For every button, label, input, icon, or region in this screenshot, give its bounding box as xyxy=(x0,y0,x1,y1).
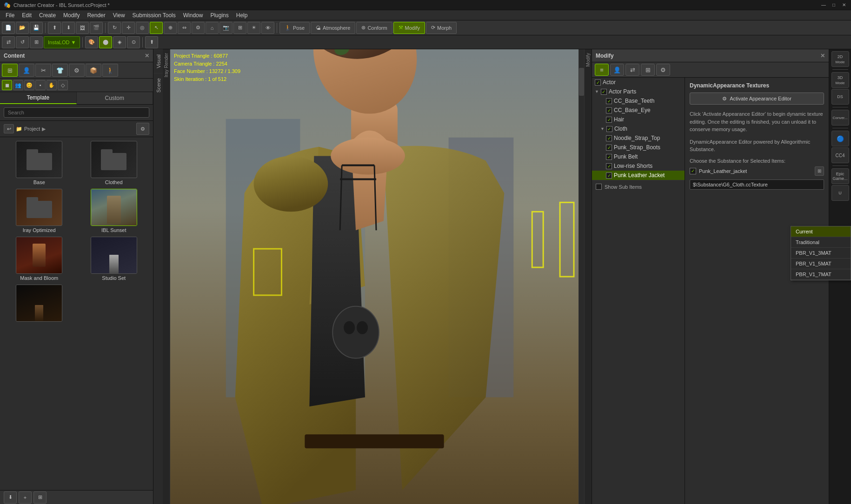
tree-noodle-strap[interactable]: ✓ Noodle_Strap_Top xyxy=(592,133,685,143)
menu-render[interactable]: Render xyxy=(83,11,109,20)
content-item-ibl[interactable]: IBL Sunset xyxy=(79,189,150,233)
content-item-base[interactable]: Base xyxy=(4,141,75,185)
visual-tab[interactable]: Visual xyxy=(153,49,163,73)
unity-button[interactable]: U xyxy=(831,185,849,201)
menu-file[interactable]: File xyxy=(2,11,18,20)
tree-punk-jacket[interactable]: ✓ Punk Leather Jacket xyxy=(592,171,685,180)
paint-button[interactable]: ⬤ xyxy=(99,36,112,48)
icon-accessories-button[interactable]: ⚙ xyxy=(69,64,85,77)
scene-tab[interactable]: Scene xyxy=(153,73,163,97)
check-noodle[interactable]: ✓ xyxy=(606,135,612,141)
import-button[interactable]: ⬆ xyxy=(48,22,61,34)
dropdown-pbr-3mat[interactable]: PBR_V1_3MAT xyxy=(791,248,829,259)
3d-mode-button[interactable]: 3D Mode xyxy=(831,72,849,88)
save-button[interactable]: 💾 xyxy=(30,22,43,34)
menu-submission-tools[interactable]: Submission Tools xyxy=(129,11,180,20)
custom-tab[interactable]: Custom xyxy=(77,92,153,104)
scene-button[interactable]: 🎬 xyxy=(90,22,103,34)
morph-button[interactable]: ⟳ Morph xyxy=(426,22,457,34)
icon-props-button[interactable]: 📦 xyxy=(86,64,101,77)
menu-help[interactable]: Help xyxy=(233,11,252,20)
icon-clothes-button[interactable]: 👕 xyxy=(52,64,68,77)
tree-actor-parts[interactable]: ▼ ✓ Actor Parts xyxy=(592,87,685,96)
minimize-button[interactable]: — xyxy=(820,2,827,8)
modify-toolbar-button[interactable]: ⚒ Modify xyxy=(393,22,425,34)
ds-button[interactable]: DS xyxy=(831,89,849,105)
content-item-clothed[interactable]: Clothed xyxy=(79,141,150,185)
breadcrumb-settings-button[interactable]: ⚙ xyxy=(136,123,149,135)
breadcrumb-project[interactable]: Project xyxy=(24,126,40,132)
icon-hand-button[interactable]: ✋ xyxy=(47,80,57,90)
scale-t2-button[interactable]: ⊞ xyxy=(30,36,43,48)
breadcrumb-back-button[interactable]: ↩ xyxy=(4,124,14,133)
select-button[interactable]: ↖ xyxy=(150,22,163,34)
template-tab[interactable]: Template xyxy=(0,92,77,104)
check-hair[interactable]: ✓ xyxy=(606,117,612,123)
transform-button[interactable]: ⊕ xyxy=(164,22,177,34)
light-button[interactable]: ☀ xyxy=(247,22,260,34)
check-jacket[interactable]: ✓ xyxy=(606,172,612,179)
dropdown-current[interactable]: Current xyxy=(791,226,829,237)
content-close-button[interactable]: ✕ xyxy=(145,53,149,59)
texture-path-input[interactable] xyxy=(690,179,824,190)
icon-pose2-button[interactable]: 👥 xyxy=(13,80,23,90)
menu-plugins[interactable]: Plugins xyxy=(206,11,232,20)
icon-all-button[interactable]: ◼ xyxy=(2,80,12,90)
orbit-button[interactable]: ◎ xyxy=(136,22,149,34)
check-shorts[interactable]: ✓ xyxy=(606,163,612,169)
viewport[interactable]: Project Triangle : 60877 Camera Triangle… xyxy=(170,49,578,504)
epic-games-button[interactable]: EpicGame... xyxy=(831,168,849,184)
rotate-t2-button[interactable]: ↺ xyxy=(16,36,29,48)
maximize-button[interactable]: □ xyxy=(831,2,837,8)
tree-hair[interactable]: ✓ Hair xyxy=(592,115,685,124)
show-sub-checkbox[interactable] xyxy=(596,184,602,190)
scale-button[interactable]: ⇔ xyxy=(178,22,191,34)
convert-button[interactable]: Conver... xyxy=(831,110,849,126)
modify-tab-settings[interactable]: ⚙ xyxy=(656,64,670,76)
content-item-studio[interactable]: Studio Set xyxy=(79,237,150,281)
menu-window[interactable]: Window xyxy=(180,11,207,20)
texture-button[interactable]: ◈ xyxy=(113,36,126,48)
content-download-button[interactable]: ⬇ xyxy=(4,491,17,504)
modify-tab-sliders[interactable]: ≡ xyxy=(595,64,609,76)
tree-cc-teeth[interactable]: ✓ CC_Base_Teeth xyxy=(592,96,685,106)
view-button[interactable]: ⊞ xyxy=(233,22,246,34)
check-eye[interactable]: ✓ xyxy=(606,107,612,113)
content-add-button[interactable]: + xyxy=(19,491,32,504)
modify-tab-grid[interactable]: ⊞ xyxy=(641,64,655,76)
dropdown-pbr-5mat[interactable]: PBR_V1_5MAT xyxy=(791,259,829,269)
icon-body-button[interactable]: ▪ xyxy=(35,80,46,90)
check-actor-parts[interactable]: ✓ xyxy=(601,89,607,95)
tree-punk-belt[interactable]: ✓ Punk Belt xyxy=(592,152,685,161)
close-button[interactable]: ✕ xyxy=(841,2,847,8)
rotate-button[interactable]: ↻ xyxy=(108,22,121,34)
icon-scenes-button[interactable]: ⊞ xyxy=(2,64,18,77)
check-actor[interactable]: ✓ xyxy=(595,80,601,86)
substance-settings-button[interactable]: ⊞ xyxy=(815,166,824,176)
transform-t2-button[interactable]: ⇄ xyxy=(2,36,15,48)
new-file-button[interactable]: 📄 xyxy=(2,22,15,34)
cc4-button[interactable]: CC4 xyxy=(831,147,849,163)
icon-poses-button[interactable]: 🚶 xyxy=(102,64,118,77)
tree-lowrise-shorts[interactable]: ✓ Low-rise Shorts xyxy=(592,161,685,171)
icon-characters-button[interactable]: 👤 xyxy=(19,64,34,77)
material-button[interactable]: 🎨 xyxy=(85,36,98,48)
2d-mode-button[interactable]: 2D Mode xyxy=(831,51,849,67)
tree-cc-eye[interactable]: ✓ CC_Base_Eye xyxy=(592,106,685,115)
search-input[interactable] xyxy=(4,107,149,118)
history-button[interactable]: ⊙ xyxy=(127,36,140,48)
menu-view[interactable]: View xyxy=(109,11,129,20)
atmosphere-button[interactable]: 🌤 Atmosphere xyxy=(311,22,355,34)
content-item-dark[interactable] xyxy=(4,285,75,323)
instaLOD-button[interactable]: InstaLOD ▼ xyxy=(44,36,80,48)
menu-modify[interactable]: Modify xyxy=(60,11,83,20)
content-more-button[interactable]: ⊞ xyxy=(33,491,47,504)
check-boots[interactable]: ✓ xyxy=(606,145,612,151)
content-item-mask[interactable]: Mask and Bloom xyxy=(4,237,75,281)
scroll-thumb[interactable] xyxy=(579,68,584,96)
tree-punk-boots[interactable]: ✓ Punk_Strap_Boots xyxy=(592,143,685,152)
tree-cloth[interactable]: ▼ ✓ Cloth xyxy=(592,124,685,133)
move-button[interactable]: ✛ xyxy=(122,22,135,34)
pose-button[interactable]: 🚶 Pose xyxy=(279,22,310,34)
viewport-scrollbar[interactable] xyxy=(578,49,584,504)
